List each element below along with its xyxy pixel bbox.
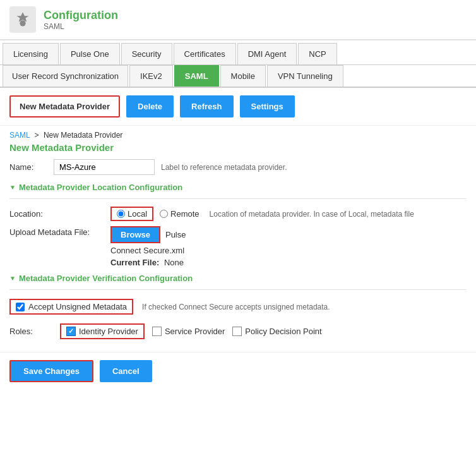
tab-pulse-one[interactable]: Pulse One (60, 43, 120, 64)
policy-decision-option[interactable]: Policy Decision Point (232, 327, 321, 336)
service-provider-checkbox[interactable] (152, 327, 162, 336)
identity-provider-label: Identity Provider (79, 327, 138, 336)
location-local-radio[interactable] (117, 210, 125, 218)
footer: Save Changes Cancel (0, 352, 476, 390)
service-provider-label: Service Provider (165, 327, 225, 336)
name-label: Name: (9, 162, 54, 172)
pulse-label: Pulse (165, 230, 186, 239)
location-row: Location: Local Remote Location of metad… (9, 207, 467, 221)
form-body: Name: Label to reference metadata provid… (0, 159, 476, 339)
policy-decision-checkbox[interactable] (232, 327, 242, 336)
tabs-row-2: User Record Synchronization IKEv2 SAML M… (0, 65, 476, 88)
tab-security[interactable]: Security (121, 43, 172, 64)
upload-label: Upload Metadata File: (9, 226, 110, 237)
collapse-icon-2: ▼ (9, 275, 16, 282)
accept-unsigned-label: Accept Unsigned Metadata (28, 302, 127, 311)
tab-vpn-tunneling[interactable]: VPN Tunneling (267, 65, 343, 87)
tab-saml[interactable]: SAML (174, 65, 219, 87)
header: Configuration SAML (0, 0, 476, 40)
name-row: Name: Label to reference metadata provid… (9, 159, 467, 175)
breadcrumb-separator: > (35, 131, 39, 140)
location-label: Location: (9, 209, 110, 219)
current-file-row: Current File: None (110, 258, 186, 267)
name-hint: Label to reference metadata provider. (161, 163, 287, 172)
app-subtitle: SAML (44, 22, 118, 31)
roles-label: Roles: (9, 327, 60, 336)
location-hint: Location of metadata provider. In case o… (210, 210, 414, 219)
tab-certificates[interactable]: Certificates (174, 43, 236, 64)
location-config-header[interactable]: ▼ Metadata Provider Location Configurati… (9, 183, 467, 192)
breadcrumb-current: New Metadata Provider (44, 131, 122, 140)
delete-button[interactable]: Delete (126, 95, 174, 118)
tab-dmi-agent[interactable]: DMI Agent (237, 43, 297, 64)
cancel-button[interactable]: Cancel (100, 360, 152, 382)
refresh-button[interactable]: Refresh (180, 95, 233, 118)
tab-user-record[interactable]: User Record Synchronization (3, 65, 128, 87)
new-metadata-provider-button[interactable]: New Metadata Provider (9, 95, 120, 118)
save-changes-button[interactable]: Save Changes (9, 360, 93, 382)
roles-row: Roles: ✓ Identity Provider Service Provi… (9, 323, 467, 339)
identity-provider-checkbox[interactable]: ✓ (66, 327, 76, 336)
settings-button[interactable]: Settings (240, 95, 295, 118)
current-file-value: None (164, 258, 184, 267)
form-section-title: New Metadata Provider (0, 141, 476, 159)
tab-ncp[interactable]: NCP (298, 43, 336, 64)
app-title: Configuration (44, 9, 118, 22)
location-local-option[interactable]: Local (110, 207, 153, 221)
collapse-icon: ▼ (9, 184, 16, 191)
browse-button[interactable]: Browse (110, 226, 160, 243)
upload-row: Upload Metadata File: Browse Pulse Conne… (9, 226, 467, 267)
tab-mobile[interactable]: Mobile (220, 65, 266, 87)
connect-secure-label: Connect Secure.xml (110, 246, 186, 255)
svg-point-0 (20, 20, 25, 26)
location-remote-option[interactable]: Remote (160, 209, 199, 219)
location-remote-radio[interactable] (160, 210, 168, 218)
accept-unsigned-checkbox-container[interactable]: Accept Unsigned Metadata (9, 299, 133, 315)
tabs-row-1: Licensing Pulse One Security Certificate… (0, 40, 476, 65)
location-local-label: Local (128, 209, 147, 219)
name-input[interactable] (54, 159, 155, 175)
breadcrumb: SAML > New Metadata Provider (0, 126, 476, 141)
policy-decision-label: Policy Decision Point (245, 327, 321, 336)
identity-provider-option[interactable]: ✓ Identity Provider (60, 323, 145, 339)
service-provider-option[interactable]: Service Provider (152, 327, 225, 336)
location-remote-label: Remote (170, 209, 199, 219)
accept-unsigned-hint: If checked Connect Secure accepts unsign… (142, 303, 330, 311)
tab-licensing[interactable]: Licensing (3, 43, 59, 64)
verification-config-header[interactable]: ▼ Metadata Provider Verification Configu… (9, 274, 467, 283)
app-icon (9, 6, 36, 33)
breadcrumb-saml-link[interactable]: SAML (9, 131, 30, 140)
accept-unsigned-checkbox[interactable] (16, 303, 25, 311)
accept-unsigned-row: Accept Unsigned Metadata If checked Conn… (9, 299, 467, 315)
tab-ikev2[interactable]: IKEv2 (129, 65, 173, 87)
toolbar: New Metadata Provider Delete Refresh Set… (0, 88, 476, 126)
